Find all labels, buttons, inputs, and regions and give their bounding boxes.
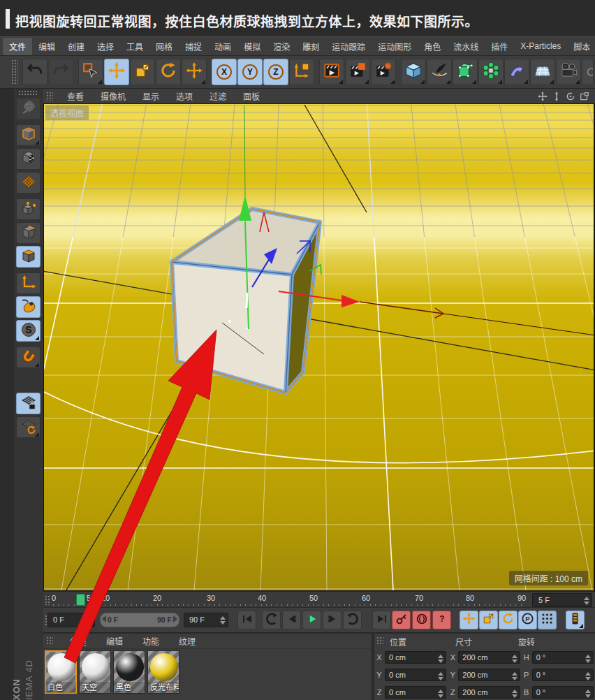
workplane-lock-button[interactable] [16, 393, 41, 414]
menu-character[interactable]: 角色 [418, 38, 447, 55]
field-spinner[interactable] [585, 690, 591, 698]
field-spinner[interactable] [438, 655, 443, 663]
model-mode-button[interactable] [16, 148, 41, 170]
field-spinner[interactable] [585, 672, 591, 680]
viewport-menu-options[interactable]: 选项 [168, 89, 201, 103]
deformer-button[interactable] [504, 59, 529, 85]
field-spinner[interactable] [512, 672, 517, 680]
goto-start-button[interactable] [237, 611, 256, 629]
ruler-drag-handle[interactable] [45, 595, 51, 605]
timeline-window-button[interactable] [566, 611, 585, 629]
animate-pla-button[interactable] [538, 611, 557, 629]
rotation-h-field[interactable]: 0 ° [532, 651, 594, 664]
animate-scale-button[interactable] [479, 611, 498, 629]
sidebar-drag-handle[interactable] [18, 90, 38, 96]
menu-xparticles[interactable]: X-Particles [514, 38, 567, 54]
field-spinner[interactable] [512, 655, 517, 663]
convert-object-button[interactable] [16, 98, 41, 119]
rotation-p-field[interactable]: 0 ° [532, 669, 594, 681]
record-key-button[interactable] [392, 611, 411, 629]
menu-motion-tracker[interactable]: 运动跟踪 [325, 38, 372, 55]
viewport-menu-drag-handle[interactable] [46, 92, 53, 101]
menu-render[interactable]: 渲染 [267, 38, 296, 55]
rotate-tool-button[interactable] [156, 59, 181, 85]
play-button[interactable] [302, 611, 321, 629]
perspective-viewport[interactable]: 透视视图 网格间距 : 100 cm [43, 104, 595, 590]
frame-spinner[interactable] [584, 597, 589, 605]
position-z-field[interactable]: 0 cm [385, 686, 446, 699]
spline-pen-button[interactable] [427, 59, 452, 85]
menu-mograph[interactable]: 运动图形 [372, 38, 418, 55]
prev-frame-button[interactable] [282, 611, 301, 629]
snap-button[interactable]: S [16, 320, 41, 342]
field-spinner[interactable] [438, 672, 443, 680]
size-x-field[interactable]: 200 cm [458, 651, 520, 664]
floor-button[interactable] [530, 59, 555, 85]
subdivision-surface-button[interactable] [453, 59, 478, 85]
next-key-button[interactable] [343, 611, 362, 629]
live-selection-button[interactable] [78, 59, 103, 85]
menu-simulate[interactable]: 模拟 [237, 38, 267, 55]
field-spinner[interactable] [585, 655, 591, 663]
prev-key-button[interactable] [262, 611, 281, 629]
menu-file[interactable]: 文件 [3, 38, 32, 55]
menu-animate[interactable]: 动画 [208, 38, 237, 55]
zoom-icon[interactable] [552, 92, 561, 101]
material-menu-create[interactable]: 创建 [60, 634, 96, 648]
menu-create[interactable]: 创建 [61, 38, 91, 55]
pan-icon[interactable] [538, 92, 548, 101]
render-view-button[interactable] [319, 59, 344, 85]
timeline-ruler[interactable]: 0 10 20 30 40 50 60 70 80 90 5 5 F [43, 590, 595, 608]
scale-tool-button[interactable] [130, 59, 155, 85]
end-frame-spinner[interactable] [220, 616, 226, 625]
viewport-mouse-button[interactable] [16, 296, 41, 318]
viewport-menu-display[interactable]: 显示 [134, 89, 168, 103]
make-editable-button[interactable] [16, 124, 41, 146]
menu-select[interactable]: 选择 [91, 38, 120, 55]
material-swatch-reflective-cloth[interactable]: 反光布料 [147, 650, 179, 694]
edges-mode-button[interactable] [16, 222, 41, 244]
texture-mode-button[interactable] [16, 172, 41, 194]
material-menu-texture[interactable]: 纹理 [169, 634, 205, 648]
magnet-button[interactable] [16, 347, 41, 368]
goto-end-button[interactable] [372, 611, 391, 629]
material-swatch-sky[interactable]: 天空 [79, 650, 111, 694]
viewport-menu-camera[interactable]: 摄像机 [92, 89, 134, 103]
start-frame-spinner[interactable] [87, 616, 92, 625]
material-swatch-white[interactable]: 白色 [45, 650, 77, 694]
rotate-view-icon[interactable] [566, 92, 575, 101]
menu-plugins[interactable]: 插件 [485, 38, 514, 55]
current-frame-field[interactable]: 5 F [532, 593, 592, 607]
animate-position-button[interactable] [460, 611, 478, 629]
menu-snap[interactable]: 捕捉 [179, 38, 208, 55]
redo-button[interactable] [48, 59, 73, 85]
menu-script[interactable]: 脚本 [567, 38, 595, 55]
mograph-button[interactable] [478, 59, 504, 85]
size-y-field[interactable]: 200 cm [458, 669, 520, 681]
material-drag-handle[interactable] [46, 636, 53, 646]
coordinate-system-button[interactable] [289, 59, 314, 85]
x-axis-lock-button[interactable]: X [212, 59, 237, 85]
polygons-mode-button[interactable] [16, 246, 41, 268]
axis-mode-button[interactable] [16, 272, 41, 294]
menu-pipeline[interactable]: 流水线 [447, 38, 485, 55]
add-cube-button[interactable] [401, 59, 426, 85]
animate-rotation-button[interactable] [499, 611, 517, 629]
move-tool-button[interactable] [104, 59, 129, 85]
material-menu-edit[interactable]: 编辑 [96, 634, 133, 648]
field-spinner[interactable] [438, 690, 443, 698]
camera-button[interactable] [556, 59, 581, 85]
last-tool-button[interactable] [182, 59, 207, 85]
position-y-field[interactable]: 0 cm [385, 669, 446, 681]
z-axis-lock-button[interactable]: Z [263, 59, 288, 85]
y-axis-lock-button[interactable]: Y [237, 59, 263, 85]
autokey-button[interactable] [412, 611, 431, 629]
toolbar-drag-handle[interactable] [11, 59, 18, 85]
size-z-field[interactable]: 200 cm [458, 686, 520, 699]
animate-parameter-button[interactable]: P [518, 611, 537, 629]
menu-edit[interactable]: 编辑 [32, 38, 61, 55]
material-menu-function[interactable]: 功能 [133, 634, 169, 648]
toolbar-overflow-button[interactable] [582, 59, 594, 85]
menu-tools[interactable]: 工具 [120, 38, 149, 55]
frame-range-slider[interactable]: 0 F 90 F [100, 613, 179, 627]
